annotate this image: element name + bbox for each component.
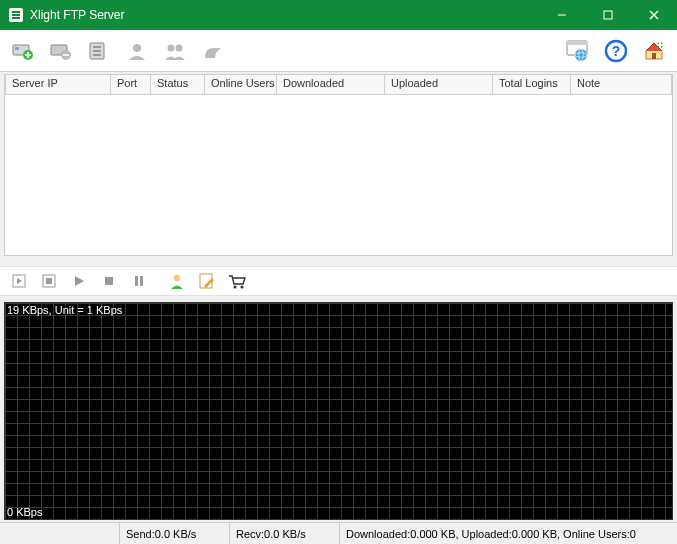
svg-rect-1: [12, 11, 20, 13]
svg-rect-5: [604, 11, 612, 19]
svg-rect-9: [15, 47, 19, 50]
window-title: Xlight FTP Server: [30, 8, 539, 22]
svg-rect-24: [567, 41, 587, 45]
graph-bottom-label: 0 KBps: [7, 506, 42, 518]
col-server-ip[interactable]: Server IP: [5, 75, 111, 95]
status-bar: Send:0.0 KB/s Recv:0.0 KB/s Downloaded:0…: [0, 522, 677, 544]
pause-button[interactable]: [128, 270, 150, 292]
svg-marker-38: [75, 276, 84, 286]
title-bar: Xlight FTP Server: [0, 0, 677, 30]
col-total-logins[interactable]: Total Logins: [493, 75, 571, 95]
svg-text:?: ?: [612, 43, 621, 59]
control-bar: [0, 266, 677, 296]
status-recv: Recv:0.0 KB/s: [230, 523, 340, 544]
play-button[interactable]: [68, 270, 90, 292]
edit-icon[interactable]: [196, 270, 218, 292]
svg-point-21: [168, 44, 175, 51]
app-icon: [8, 7, 24, 23]
svg-marker-35: [17, 278, 22, 284]
main-toolbar: ?: [0, 30, 677, 72]
server-settings-button[interactable]: [84, 36, 114, 66]
stop-record-button[interactable]: [38, 270, 60, 292]
svg-rect-37: [46, 278, 52, 284]
status-summary: Downloaded:0.000 KB, Uploaded:0.000 KB, …: [340, 523, 677, 544]
svg-point-22: [176, 44, 183, 51]
svg-point-42: [174, 275, 180, 281]
svg-rect-3: [12, 17, 20, 19]
maximize-button[interactable]: [585, 0, 631, 30]
svg-point-45: [241, 286, 244, 289]
log-button[interactable]: [198, 36, 228, 66]
svg-rect-30: [652, 53, 656, 59]
svg-rect-40: [135, 276, 138, 286]
svg-rect-2: [12, 14, 20, 16]
help-button[interactable]: ?: [601, 36, 631, 66]
svg-rect-17: [93, 46, 101, 48]
graph-top-label: 19 KBps, Unit = 1 KBps: [7, 304, 122, 316]
cart-icon[interactable]: [226, 270, 248, 292]
home-button[interactable]: [639, 36, 669, 66]
status-empty: [0, 523, 120, 544]
column-headers: Server IP Port Status Online Users Downl…: [5, 75, 672, 95]
svg-rect-19: [93, 54, 101, 56]
svg-rect-39: [105, 277, 113, 285]
col-note[interactable]: Note: [571, 75, 672, 95]
web-admin-button[interactable]: [563, 36, 593, 66]
close-button[interactable]: [631, 0, 677, 30]
col-downloaded[interactable]: Downloaded: [277, 75, 385, 95]
svg-rect-33: [657, 44, 663, 46]
user-button[interactable]: [122, 36, 152, 66]
stop-button[interactable]: [98, 270, 120, 292]
col-uploaded[interactable]: Uploaded: [385, 75, 493, 95]
online-user-icon[interactable]: [166, 270, 188, 292]
svg-point-25: [575, 49, 587, 61]
remove-server-button[interactable]: [46, 36, 76, 66]
col-port[interactable]: Port: [111, 75, 151, 95]
bandwidth-graph: 19 KBps, Unit = 1 KBps 0 KBps: [4, 302, 673, 520]
svg-rect-41: [140, 276, 143, 286]
add-server-button[interactable]: [8, 36, 38, 66]
svg-point-44: [234, 286, 237, 289]
server-list-body[interactable]: [5, 95, 672, 255]
col-status[interactable]: Status: [151, 75, 205, 95]
group-button[interactable]: [160, 36, 190, 66]
svg-rect-18: [93, 50, 101, 52]
svg-point-20: [133, 44, 141, 52]
col-online-users[interactable]: Online Users: [205, 75, 277, 95]
minimize-button[interactable]: [539, 0, 585, 30]
server-list: Server IP Port Status Online Users Downl…: [4, 74, 673, 256]
graph-grid: [5, 303, 672, 519]
status-send: Send:0.0 KB/s: [120, 523, 230, 544]
step-button[interactable]: [8, 270, 30, 292]
